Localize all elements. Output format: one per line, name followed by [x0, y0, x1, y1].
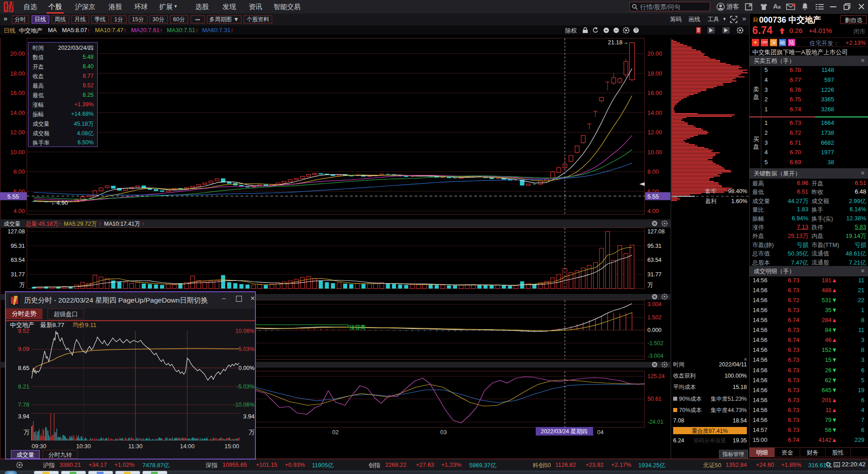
svg-text:1.502: 1.502: [647, 314, 661, 321]
svg-text:02: 02: [332, 429, 339, 436]
svg-text:收盘获利: 收盘获利: [673, 373, 696, 379]
svg-text:18.00: 18.00: [647, 70, 662, 77]
svg-text:成交量: 成交量: [4, 221, 21, 227]
svg-text:19.35: 19.35: [733, 437, 747, 444]
svg-text:MA5:29.72万: MA5:29.72万: [64, 221, 97, 227]
svg-text:127.08: 127.08: [8, 228, 25, 235]
svg-text:↑: ↑: [142, 221, 144, 227]
svg-text:-24.01: -24.01: [647, 419, 663, 425]
svg-text:2022/03/24 星期四: 2022/03/24 星期四: [541, 428, 588, 435]
svg-text:12.00: 12.00: [10, 129, 25, 136]
svg-text:平均成本: 平均成本: [673, 384, 696, 390]
svg-text:10:30: 10:30: [76, 443, 91, 450]
svg-text:11:30: 11:30: [128, 443, 143, 450]
svg-text:10.00: 10.00: [10, 149, 25, 156]
svg-text:8.21: 8.21: [18, 383, 29, 390]
svg-text:5.55: 5.55: [647, 193, 659, 200]
svg-text:31.77: 31.77: [647, 271, 661, 278]
svg-text:6.24: 6.24: [673, 437, 684, 444]
svg-text:2022/04/11: 2022/04/11: [719, 361, 747, 368]
svg-text:04: 04: [597, 429, 604, 436]
svg-text:18.00: 18.00: [10, 70, 25, 77]
svg-text:18.54: 18.54: [733, 417, 747, 424]
svg-text:7.78: 7.78: [18, 401, 29, 408]
svg-text:03: 03: [440, 429, 447, 436]
svg-text:95.31: 95.31: [647, 243, 661, 249]
svg-text:3.004: 3.004: [647, 301, 661, 308]
svg-text:0.00%: 0.00%: [239, 365, 255, 371]
svg-text:16.00: 16.00: [10, 90, 25, 96]
svg-text:125.24: 125.24: [647, 373, 665, 379]
svg-text:万: 万: [19, 282, 25, 288]
svg-text:←4.90: ←4.90: [51, 199, 68, 206]
svg-text:8.00: 8.00: [14, 168, 25, 175]
svg-text:-5.03%: -5.03%: [236, 384, 255, 390]
svg-text:98.40%: 98.40%: [728, 188, 747, 194]
svg-text:63.54: 63.54: [11, 257, 25, 263]
svg-text:20.00: 20.00: [647, 50, 662, 57]
svg-text:↑: ↑: [99, 221, 101, 227]
svg-text:63.54: 63.54: [647, 257, 661, 263]
svg-text:1.60%: 1.60%: [731, 198, 747, 204]
svg-text:万: 万: [249, 429, 255, 436]
svg-text:12.00: 12.00: [647, 129, 662, 136]
svg-text:8.65: 8.65: [18, 365, 29, 371]
svg-text:指标管理: 指标管理: [722, 451, 744, 457]
svg-text:15.18: 15.18: [733, 384, 747, 390]
svg-text:集中度51.23%: 集中度51.23%: [711, 396, 747, 402]
svg-text:70%成本: 70%成本: [679, 407, 702, 413]
svg-text:4.00: 4.00: [14, 208, 25, 214]
svg-text:4.00: 4.00: [647, 208, 659, 214]
svg-text:15:00: 15:00: [224, 443, 239, 450]
svg-text:9.09: 9.09: [18, 346, 29, 352]
svg-text:?: ?: [635, 28, 637, 33]
svg-text:10.00: 10.00: [647, 149, 662, 156]
svg-text:8.00: 8.00: [647, 168, 659, 175]
svg-text:7.08: 7.08: [673, 417, 684, 424]
svg-text:集中度44.73%: 集中度44.73%: [711, 407, 747, 413]
svg-text:-1.502: -1.502: [647, 340, 663, 346]
svg-text:21.18→: 21.18→: [608, 39, 628, 46]
svg-text:0.000: 0.000: [647, 327, 661, 333]
svg-text:5.55: 5.55: [7, 193, 19, 200]
svg-text:14.00: 14.00: [647, 109, 662, 116]
svg-text:14.00: 14.00: [10, 109, 25, 116]
svg-text:总量:45.18万↑: 总量:45.18万↑: [25, 221, 61, 227]
svg-text:31.77: 31.77: [11, 271, 25, 278]
svg-text:90%成本: 90%成本: [679, 396, 702, 402]
svg-text:MA10:17.41万: MA10:17.41万: [104, 221, 140, 227]
svg-text:50.61: 50.61: [647, 396, 661, 402]
svg-text:盈利: 盈利: [705, 198, 717, 204]
svg-text:09:30: 09:30: [32, 443, 47, 450]
svg-text:-3.004: -3.004: [647, 353, 663, 359]
svg-text:95.31: 95.31: [11, 243, 25, 249]
svg-text:16.00: 16.00: [647, 90, 662, 96]
svg-text:5.03%: 5.03%: [239, 346, 255, 352]
svg-text:万: 万: [24, 429, 29, 436]
svg-text:10.06%: 10.06%: [236, 328, 255, 334]
svg-text:3.94: 3.94: [18, 413, 29, 420]
svg-text:20.00: 20.00: [10, 50, 25, 57]
svg-text:−: −: [615, 28, 618, 33]
svg-text:万: 万: [647, 282, 653, 288]
svg-text:+: +: [605, 28, 608, 33]
svg-text:套牢: 套牢: [705, 188, 717, 194]
svg-text:时间: 时间: [673, 361, 684, 368]
svg-text:100.00%: 100.00%: [725, 373, 747, 379]
svg-text:14:00: 14:00: [180, 443, 195, 450]
svg-text:3.94: 3.94: [243, 413, 255, 420]
svg-text:顶背离: 顶背离: [349, 324, 366, 331]
svg-text:重合度87.41%: 重合度87.41%: [692, 428, 728, 434]
svg-text:9.52: 9.52: [18, 327, 29, 334]
svg-text:筹码分布设置: 筹码分布设置: [693, 437, 726, 444]
svg-text:127.08: 127.08: [647, 228, 665, 235]
